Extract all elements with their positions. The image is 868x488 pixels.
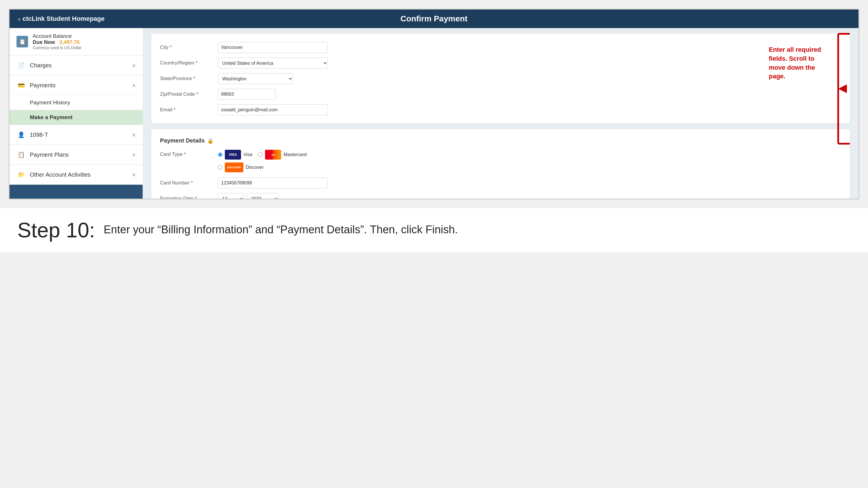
other-activities-header[interactable]: 📁 Other Account Activities ∨ bbox=[9, 165, 143, 185]
visa-radio[interactable] bbox=[218, 152, 222, 157]
charges-chevron-icon: ∨ bbox=[132, 62, 136, 68]
mastercard-label: Mastercard bbox=[283, 152, 307, 157]
visa-option[interactable]: VISA Visa bbox=[218, 150, 252, 160]
back-label: ctcLink Student Homepage bbox=[23, 15, 105, 23]
1098t-header[interactable]: 👤 1098-T ∨ bbox=[9, 125, 143, 144]
currency-note: Currency used is US Dollar bbox=[33, 45, 82, 50]
billing-info-card: City * Country/Region * United States of… bbox=[151, 34, 850, 124]
expiration-year-select[interactable]: 2033 bbox=[247, 193, 279, 199]
other-activities-label: Other Account Activities bbox=[30, 171, 128, 178]
card-option-first-row: VISA Visa ●● Mastercard bbox=[218, 150, 307, 160]
payments-chevron-icon: ∧ bbox=[132, 82, 136, 89]
header-bar: ‹ ctcLink Student Homepage Confirm Payme… bbox=[9, 9, 859, 28]
1098t-chevron-icon: ∨ bbox=[132, 132, 136, 138]
account-balance-icon: 📋 bbox=[17, 36, 28, 47]
nav-item-other-activities[interactable]: 📁 Other Account Activities ∨ bbox=[9, 165, 143, 185]
charges-header[interactable]: 📄 Charges ∨ bbox=[9, 56, 143, 75]
card-options: VISA Visa ●● Mastercard bbox=[218, 150, 307, 172]
email-input[interactable] bbox=[218, 104, 328, 116]
annotation-container: Enter all required fields. Scroll to mov… bbox=[769, 31, 852, 147]
red-bracket-svg bbox=[835, 31, 852, 147]
country-label: Country/Region * bbox=[160, 60, 218, 66]
mastercard-badge: ●● bbox=[265, 150, 281, 160]
nav-item-payment-plans[interactable]: 📋 Payment Plans ∨ bbox=[9, 145, 143, 165]
payment-history-label: Payment History bbox=[30, 99, 70, 105]
city-input[interactable] bbox=[218, 42, 328, 53]
email-label: Email * bbox=[160, 107, 218, 113]
payment-plans-icon: 📋 bbox=[17, 150, 26, 159]
payments-label: Payments bbox=[30, 82, 128, 89]
account-info: Account Balance Due Now 3,497.76 Currenc… bbox=[33, 33, 82, 50]
page-title: Confirm Payment bbox=[400, 14, 468, 24]
nav-item-payments[interactable]: 💳 Payments ∧ Payment History Make a Paym… bbox=[9, 75, 143, 125]
mastercard-radio[interactable] bbox=[258, 152, 263, 157]
discover-badge: DISCOVER bbox=[225, 162, 243, 172]
account-balance-card: 📋 Account Balance Due Now 3,497.76 Curre… bbox=[9, 28, 143, 56]
payment-plans-chevron-icon: ∨ bbox=[132, 152, 136, 158]
card-option-second-row: DISCOVER Discover bbox=[218, 162, 307, 172]
annotation-text: Enter all required fields. Scroll to mov… bbox=[769, 45, 830, 81]
zip-row: Zip/Postal Code * bbox=[160, 89, 841, 100]
expiration-label: Expiration Date * bbox=[160, 196, 218, 199]
svg-marker-3 bbox=[838, 85, 847, 93]
sidebar: 📋 Account Balance Due Now 3,497.76 Curre… bbox=[9, 28, 143, 199]
zip-label: Zip/Postal Code * bbox=[160, 91, 218, 97]
discover-option[interactable]: DISCOVER Discover bbox=[218, 162, 264, 172]
card-number-label: Card Number * bbox=[160, 180, 218, 186]
1098t-label: 1098-T bbox=[30, 132, 128, 138]
expiration-month-select[interactable]: 12 bbox=[218, 193, 244, 199]
email-row: Email * bbox=[160, 104, 841, 116]
lock-icon: 🔒 bbox=[207, 138, 214, 144]
step-number: Step 10: bbox=[18, 220, 95, 240]
city-label: City * bbox=[160, 44, 218, 50]
charges-icon: 📄 bbox=[17, 61, 26, 70]
account-due-now: Due Now 3,497.76 bbox=[33, 39, 82, 45]
state-label: State/Province * bbox=[160, 76, 218, 82]
payments-icon: 💳 bbox=[17, 80, 26, 90]
card-number-row: Card Number * bbox=[160, 177, 841, 189]
mastercard-option[interactable]: ●● Mastercard bbox=[258, 150, 307, 160]
main-area: 📋 Account Balance Due Now 3,497.76 Curre… bbox=[9, 28, 859, 199]
sidebar-item-make-payment[interactable]: Make a Payment bbox=[9, 110, 143, 125]
card-type-row: Card Type * VISA Visa ●● Masterca bbox=[160, 150, 841, 172]
app-container: ‹ ctcLink Student Homepage Confirm Payme… bbox=[9, 9, 859, 199]
discover-radio[interactable] bbox=[218, 165, 222, 170]
payments-header[interactable]: 💳 Payments ∧ bbox=[9, 75, 143, 95]
city-row: City * bbox=[160, 42, 841, 53]
other-activities-chevron-icon: ∨ bbox=[132, 171, 136, 178]
due-now-label: Due Now bbox=[33, 39, 55, 45]
country-row: Country/Region * United States of Americ… bbox=[160, 58, 841, 68]
step-text: Enter your “Billing Information” and “Pa… bbox=[103, 220, 458, 237]
payment-details-label: Payment Details bbox=[160, 137, 205, 144]
other-activities-icon: 📁 bbox=[17, 170, 26, 179]
back-button[interactable]: ‹ ctcLink Student Homepage bbox=[18, 15, 104, 23]
account-balance-title: Account Balance bbox=[33, 33, 82, 39]
nav-item-charges[interactable]: 📄 Charges ∨ bbox=[9, 56, 143, 75]
zip-input[interactable] bbox=[218, 89, 276, 100]
payment-plans-header[interactable]: 📋 Payment Plans ∨ bbox=[9, 145, 143, 164]
due-now-amount: 3,497.76 bbox=[59, 39, 80, 45]
state-row: State/Province * Washington bbox=[160, 73, 841, 84]
card-type-label: Card Type * bbox=[160, 150, 218, 157]
back-chevron-icon: ‹ bbox=[18, 15, 20, 22]
country-select[interactable]: United States of America bbox=[218, 58, 328, 68]
payment-details-title: Payment Details 🔒 bbox=[160, 137, 841, 144]
card-number-input[interactable] bbox=[218, 177, 328, 189]
visa-label: Visa bbox=[243, 152, 252, 157]
nav-item-1098t[interactable]: 👤 1098-T ∨ bbox=[9, 125, 143, 145]
instruction-section: Step 10: Enter your “Billing Information… bbox=[0, 208, 868, 252]
sidebar-item-payment-history[interactable]: Payment History bbox=[9, 95, 143, 110]
payment-plans-label: Payment Plans bbox=[30, 152, 128, 158]
1098t-icon: 👤 bbox=[17, 130, 26, 139]
expiration-row: Expiration Date * 12 2033 bbox=[160, 193, 841, 199]
right-panel: City * Country/Region * United States of… bbox=[143, 28, 859, 199]
make-payment-label: Make a Payment bbox=[30, 114, 73, 120]
state-select[interactable]: Washington bbox=[218, 73, 293, 84]
charges-label: Charges bbox=[30, 62, 128, 69]
payment-details-card: Payment Details 🔒 Card Type * VISA Visa bbox=[151, 129, 850, 199]
visa-badge: VISA bbox=[225, 150, 241, 160]
discover-label: Discover bbox=[246, 165, 264, 170]
